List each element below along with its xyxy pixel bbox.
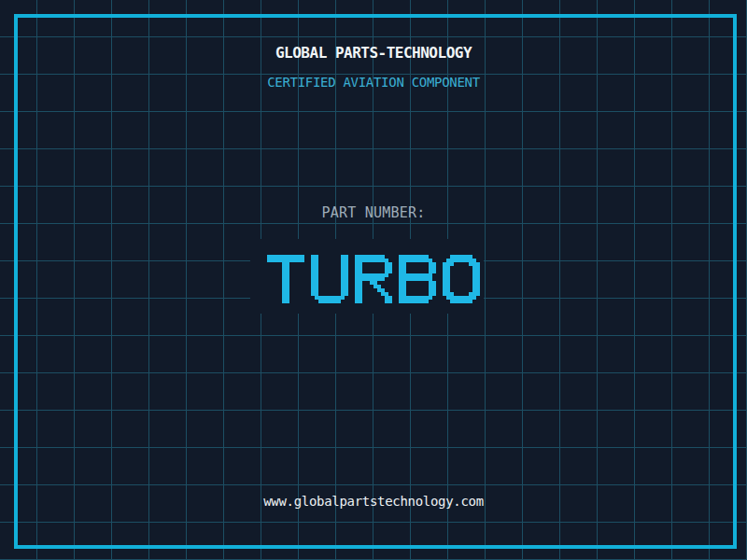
- certification-tagline: CERTIFIED AVIATION COMPONENT: [0, 75, 747, 90]
- part-number-value: [0, 255, 747, 303]
- part-number-label: PART NUMBER:: [0, 205, 747, 221]
- certificate-canvas: GLOBAL PARTS-TECHNOLOGY CERTIFIED AVIATI…: [0, 0, 747, 560]
- brand-title: GLOBAL PARTS-TECHNOLOGY: [0, 45, 747, 62]
- website-text: www.globalpartstechnology.com: [0, 494, 747, 509]
